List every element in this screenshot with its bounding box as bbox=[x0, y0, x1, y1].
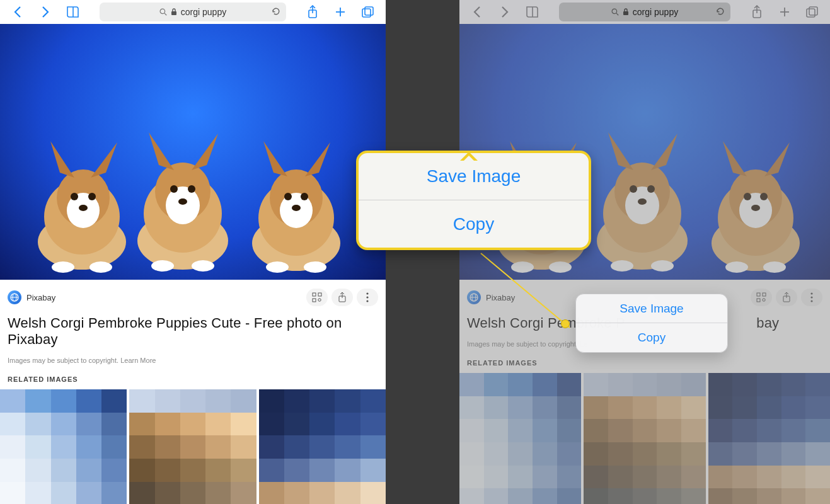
svg-rect-52 bbox=[623, 11, 628, 15]
reload-button[interactable] bbox=[715, 6, 725, 18]
menu-copy[interactable]: Copy bbox=[576, 323, 727, 352]
back-button[interactable] bbox=[464, 3, 490, 21]
svg-rect-2 bbox=[171, 11, 176, 15]
related-images-row bbox=[0, 389, 386, 504]
corgi-puppy-3 bbox=[699, 110, 812, 273]
corgi-puppy-2 bbox=[585, 103, 699, 273]
svg-rect-7 bbox=[362, 9, 371, 17]
hero-image[interactable] bbox=[0, 24, 386, 280]
related-image-thumb[interactable] bbox=[459, 373, 581, 504]
lens-button[interactable] bbox=[306, 289, 328, 306]
svg-point-0 bbox=[160, 9, 165, 14]
related-image-thumb[interactable] bbox=[584, 373, 705, 504]
svg-point-37 bbox=[304, 261, 326, 273]
menu-save-image[interactable]: Save Image bbox=[576, 294, 727, 323]
svg-point-97 bbox=[810, 292, 812, 294]
corgi-puppy-3 bbox=[239, 110, 353, 273]
svg-point-98 bbox=[810, 296, 812, 298]
svg-point-69 bbox=[549, 261, 572, 273]
svg-point-19 bbox=[89, 261, 112, 273]
svg-point-94 bbox=[763, 299, 765, 301]
site-favicon bbox=[467, 290, 481, 304]
share-button[interactable] bbox=[300, 3, 325, 21]
image-title: Welsh Corgi Pembroke Puppies Cute - Free… bbox=[8, 315, 378, 348]
svg-point-76 bbox=[638, 198, 647, 205]
more-button[interactable] bbox=[357, 289, 378, 306]
svg-point-75 bbox=[647, 185, 655, 193]
lock-icon bbox=[171, 8, 177, 16]
more-button[interactable] bbox=[801, 289, 822, 306]
related-image-thumb[interactable] bbox=[129, 389, 256, 504]
svg-point-83 bbox=[744, 193, 751, 200]
svg-point-24 bbox=[170, 185, 178, 193]
svg-point-77 bbox=[611, 260, 633, 272]
svg-point-28 bbox=[192, 260, 214, 272]
related-heading: RELATED IMAGES bbox=[8, 375, 378, 383]
svg-point-85 bbox=[751, 205, 760, 211]
svg-point-48 bbox=[366, 296, 368, 298]
search-icon bbox=[611, 8, 619, 16]
learn-more-link[interactable]: Learn More bbox=[120, 357, 156, 364]
new-tab-button[interactable] bbox=[772, 3, 797, 21]
url-bar[interactable]: corgi puppy bbox=[559, 3, 730, 21]
related-image-thumb[interactable] bbox=[259, 389, 386, 504]
svg-point-73 bbox=[625, 186, 659, 224]
back-button[interactable] bbox=[5, 3, 30, 21]
svg-point-18 bbox=[52, 261, 74, 273]
url-bar[interactable]: corgi puppy bbox=[100, 3, 286, 21]
source-name[interactable]: Pixabay bbox=[26, 293, 55, 302]
svg-line-1 bbox=[164, 13, 166, 15]
copyright-notice: Images may be subject to copyright. Lear… bbox=[8, 357, 378, 364]
svg-point-26 bbox=[178, 198, 187, 205]
source-name[interactable]: Pixabay bbox=[486, 293, 515, 302]
toolbar: corgi puppy bbox=[0, 0, 386, 24]
svg-point-34 bbox=[301, 193, 308, 200]
menu-copy[interactable]: Copy bbox=[359, 200, 589, 248]
lock-icon bbox=[623, 8, 629, 16]
context-menu-large: Save Image Copy bbox=[356, 151, 591, 250]
forward-button[interactable] bbox=[492, 3, 517, 21]
menu-save-image[interactable]: Save Image bbox=[359, 153, 589, 200]
lens-button[interactable] bbox=[751, 289, 772, 306]
bookmarks-button[interactable] bbox=[61, 3, 86, 21]
related-heading: RELATED IMAGES bbox=[467, 359, 822, 367]
new-tab-button[interactable] bbox=[328, 3, 353, 21]
svg-point-33 bbox=[284, 193, 292, 200]
related-images-row bbox=[459, 373, 830, 504]
svg-point-25 bbox=[188, 185, 195, 193]
reload-button[interactable] bbox=[271, 6, 281, 18]
toolbar: corgi puppy bbox=[459, 0, 830, 24]
svg-rect-42 bbox=[318, 293, 321, 296]
corgi-puppy-2 bbox=[126, 103, 239, 273]
context-menu-small: Save Image Copy bbox=[575, 294, 728, 353]
svg-point-68 bbox=[511, 261, 534, 273]
svg-rect-91 bbox=[757, 293, 760, 296]
svg-point-47 bbox=[366, 292, 368, 294]
bookmarks-button[interactable] bbox=[520, 3, 545, 21]
svg-rect-8 bbox=[365, 7, 373, 15]
svg-point-16 bbox=[88, 193, 96, 200]
related-image-thumb[interactable] bbox=[708, 373, 830, 504]
forward-button[interactable] bbox=[33, 3, 58, 21]
annotation-anchor-icon bbox=[561, 319, 570, 328]
svg-point-87 bbox=[763, 261, 786, 273]
svg-point-84 bbox=[760, 193, 768, 200]
corgi-puppy-1 bbox=[25, 110, 139, 273]
svg-point-50 bbox=[612, 9, 617, 14]
svg-rect-92 bbox=[763, 293, 766, 296]
svg-point-86 bbox=[725, 261, 748, 273]
tabs-button[interactable] bbox=[800, 3, 825, 21]
tabs-button[interactable] bbox=[355, 3, 381, 21]
share-button[interactable] bbox=[744, 3, 769, 21]
svg-point-74 bbox=[630, 185, 637, 193]
svg-point-23 bbox=[166, 186, 200, 224]
svg-point-15 bbox=[71, 193, 78, 200]
svg-rect-57 bbox=[807, 9, 815, 17]
url-text: corgi puppy bbox=[633, 7, 678, 17]
image-info-section: Pixabay Welsh Corgi Pembroke Puppies Cut… bbox=[0, 280, 386, 383]
share-image-button[interactable] bbox=[331, 289, 353, 306]
share-image-button[interactable] bbox=[776, 289, 797, 306]
related-image-thumb[interactable] bbox=[0, 389, 127, 504]
url-text: corgi puppy bbox=[181, 7, 226, 17]
site-favicon bbox=[8, 290, 21, 304]
